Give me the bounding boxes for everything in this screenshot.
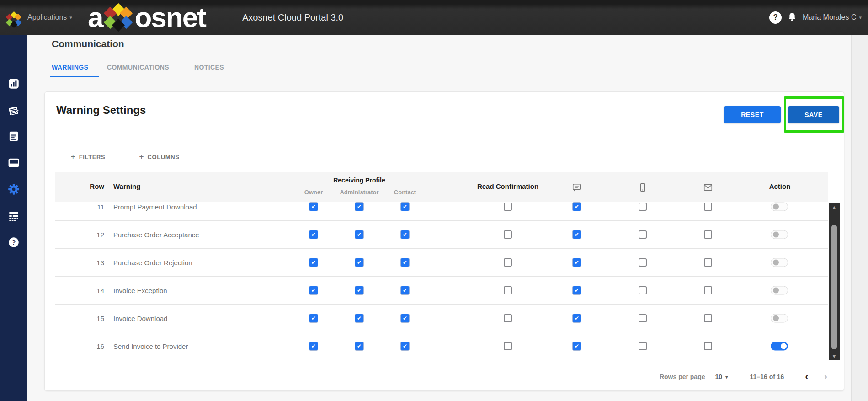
checkbox-contact[interactable]: [401, 314, 409, 322]
checkbox-phone[interactable]: [639, 258, 647, 267]
row-number: 14: [55, 287, 104, 294]
checkbox-mail[interactable]: [704, 314, 712, 322]
warning-label: Send Invoice to Provider: [113, 342, 188, 350]
checkbox-read-confirmation[interactable]: [504, 314, 512, 322]
top-bar: Applications ▾ a osnet Axosnet Cloud Por…: [0, 0, 868, 35]
warning-label: Invoice Exception: [113, 287, 167, 294]
checkbox-administrator[interactable]: [355, 342, 363, 350]
checkbox-mail[interactable]: [704, 286, 712, 294]
row-number: 13: [55, 259, 104, 267]
checkbox-phone[interactable]: [639, 203, 647, 211]
next-page-button[interactable]: ›: [821, 372, 830, 382]
checkbox-chat[interactable]: [573, 314, 581, 322]
tab-communications[interactable]: COMMUNICATIONS: [107, 64, 169, 71]
filters-label: FILTERS: [79, 154, 105, 160]
active-tab-indicator: [50, 76, 99, 77]
table-scrollbar[interactable]: ▲ ▼: [829, 203, 840, 360]
app-title: Axosnet Cloud Portal 3.0: [242, 0, 343, 35]
action-toggle[interactable]: [771, 258, 788, 267]
save-button[interactable]: SAVE: [788, 106, 839, 123]
report-rows-icon[interactable]: [7, 209, 20, 222]
action-toggle[interactable]: [771, 314, 788, 323]
checkbox-administrator[interactable]: [355, 203, 363, 211]
notes-icon[interactable]: [7, 104, 20, 117]
checkbox-mail[interactable]: [704, 342, 712, 350]
help-circle-icon[interactable]: ?: [7, 236, 20, 249]
reset-button[interactable]: RESET: [724, 106, 781, 123]
checkbox-owner[interactable]: [309, 314, 318, 322]
checkbox-read-confirmation[interactable]: [504, 286, 512, 294]
action-toggle[interactable]: [771, 230, 788, 239]
checkbox-owner[interactable]: [309, 258, 318, 267]
page-size-value: 10: [715, 373, 723, 380]
checkbox-chat[interactable]: [573, 230, 581, 239]
scroll-up-icon[interactable]: ▲: [829, 203, 840, 211]
plus-icon: +: [139, 152, 144, 161]
logo-diamond-x-icon: [103, 3, 133, 32]
credit-card-icon[interactable]: [7, 156, 20, 169]
filters-button[interactable]: + FILTERS: [55, 150, 121, 164]
checkbox-contact[interactable]: [401, 342, 409, 350]
checkbox-contact[interactable]: [401, 258, 409, 267]
checkbox-read-confirmation[interactable]: [504, 230, 512, 239]
checkbox-owner[interactable]: [309, 342, 318, 350]
columns-button[interactable]: + COLUMNS: [126, 150, 192, 164]
checkbox-owner[interactable]: [309, 203, 318, 211]
checkbox-owner[interactable]: [309, 286, 318, 294]
checkbox-chat[interactable]: [573, 342, 581, 350]
pagination: Rows per page 10 ▾ 11–16 of 16 ‹ ›: [660, 368, 830, 386]
checkbox-phone[interactable]: [639, 342, 647, 350]
checkbox-read-confirmation[interactable]: [504, 258, 512, 267]
checkbox-mail[interactable]: [704, 203, 712, 211]
help-icon[interactable]: ?: [769, 11, 782, 24]
previous-page-button[interactable]: ‹: [802, 372, 811, 382]
warning-settings-card: Warning Settings RESET SAVE + FILTERS + …: [44, 91, 844, 391]
action-toggle[interactable]: [771, 342, 788, 351]
checkbox-administrator[interactable]: [355, 286, 363, 294]
page-title: Communication: [52, 38, 124, 49]
notifications-bell-icon[interactable]: [786, 11, 798, 23]
tab-notices[interactable]: NOTICES: [194, 64, 224, 71]
warning-label: Invoice Download: [113, 315, 167, 322]
chevron-down-icon: ▾: [69, 15, 72, 21]
checkbox-chat[interactable]: [573, 286, 581, 294]
action-toggle[interactable]: [771, 286, 788, 295]
chevron-down-icon: ▾: [859, 15, 862, 21]
checkbox-chat[interactable]: [573, 203, 581, 211]
checkbox-read-confirmation[interactable]: [504, 342, 512, 350]
checkbox-phone[interactable]: [639, 230, 647, 239]
card-title: Warning Settings: [56, 104, 146, 117]
checkbox-mail[interactable]: [704, 258, 712, 267]
checkbox-read-confirmation[interactable]: [504, 203, 512, 211]
logo-text-a: a: [88, 1, 102, 33]
checkbox-phone[interactable]: [639, 286, 647, 294]
checkbox-chat[interactable]: [573, 258, 581, 267]
action-toggle[interactable]: [771, 203, 788, 211]
checkbox-owner[interactable]: [309, 230, 318, 239]
user-name: Maria Morales C: [803, 13, 856, 21]
bar-chart-icon[interactable]: [7, 77, 20, 90]
tab-warnings[interactable]: WARNINGS: [52, 64, 88, 71]
checkbox-administrator[interactable]: [355, 258, 363, 267]
scroll-down-icon[interactable]: ▼: [829, 353, 840, 360]
window-scroll-gutter: [851, 35, 868, 401]
axosnet-logo: a osnet: [88, 1, 206, 33]
checkbox-phone[interactable]: [639, 314, 647, 322]
checkbox-contact[interactable]: [401, 230, 409, 239]
checkbox-administrator[interactable]: [355, 230, 363, 239]
checkbox-contact[interactable]: [401, 286, 409, 294]
gear-icon[interactable]: [7, 183, 20, 196]
page-size-select[interactable]: 10 ▾: [715, 373, 728, 380]
checkbox-contact[interactable]: [401, 203, 409, 211]
checkbox-mail[interactable]: [704, 230, 712, 239]
axosnet-mini-logo-icon[interactable]: [5, 11, 22, 28]
chevron-down-icon: ▾: [725, 374, 728, 380]
user-menu[interactable]: Maria Morales C ▾: [803, 13, 862, 21]
document-icon[interactable]: [7, 130, 20, 143]
table-row: 11 Prompt Payment Download: [55, 202, 828, 221]
warning-label: Purchase Order Acceptance: [113, 231, 199, 239]
checkbox-administrator[interactable]: [355, 314, 363, 322]
applications-menu[interactable]: Applications ▾: [27, 0, 72, 35]
scrollbar-thumb[interactable]: [831, 225, 837, 349]
page-range: 11–16 of 16: [750, 373, 784, 380]
